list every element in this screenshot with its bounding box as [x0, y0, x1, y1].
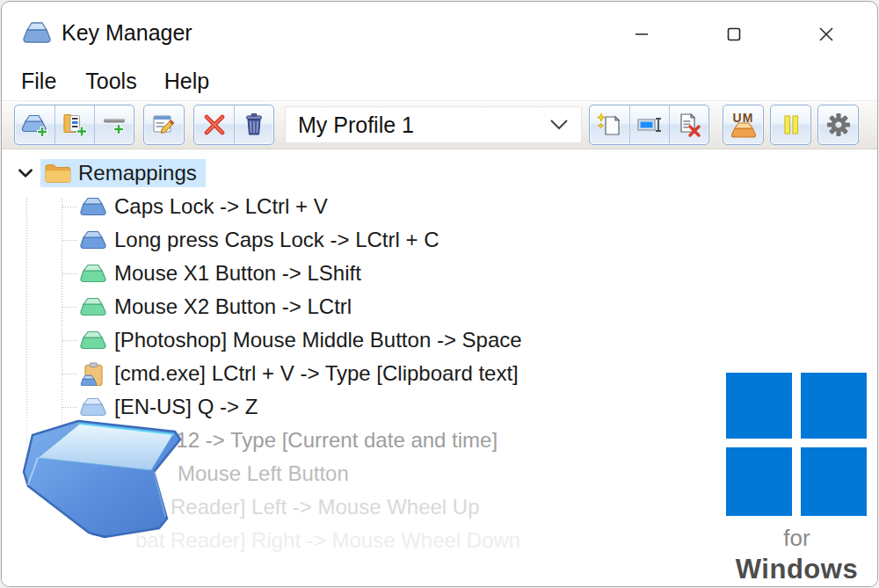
tree-root-row[interactable]: Remappings: [2, 156, 877, 190]
new-profile-icon: [596, 112, 624, 138]
tree-item-label: Mouse X2 Button -> LCtrl: [114, 294, 352, 319]
minimize-icon: [635, 27, 649, 41]
pause-group: [770, 105, 811, 145]
pause-button[interactable]: [771, 105, 810, 144]
add-key-icon: [21, 112, 49, 138]
user-manual-group: UM: [723, 105, 764, 145]
settings-button[interactable]: [818, 105, 858, 144]
menu-tools[interactable]: Tools: [85, 69, 136, 94]
windows-branding: for Windows: [726, 373, 868, 585]
add-folder-icon: [61, 112, 89, 138]
windows-logo-square: [801, 447, 867, 516]
menu-help[interactable]: Help: [164, 69, 209, 94]
window-title: Key Manager: [62, 19, 193, 46]
tree-item-label: bat Reader] Right -> Mouse Wheel Down: [135, 528, 520, 553]
delete-profile-icon: [675, 112, 703, 138]
edit-icon: [150, 112, 178, 138]
settings-group: [817, 105, 859, 145]
gear-icon: [825, 112, 852, 138]
close-icon: [818, 26, 834, 42]
tree-item[interactable]: Long press Caps Lock -> LCtrl + C: [2, 223, 877, 257]
blue-key-icon: [79, 195, 107, 219]
tree-item[interactable]: Mouse X2 Button -> LCtrl: [2, 290, 877, 323]
profile-group: [589, 105, 709, 145]
rename-profile-button[interactable]: [629, 105, 669, 144]
windows-logo-square: [726, 447, 792, 516]
windows-logo-square: [726, 373, 792, 439]
tree-item-label: Caps Lock -> LCtrl + V: [114, 194, 328, 219]
tree-item-label: [Photoshop] Mouse Middle Button -> Space: [114, 328, 522, 352]
tree-root-label: Remappings: [78, 161, 197, 185]
minimize-button[interactable]: [628, 21, 655, 47]
add-separator-icon: [100, 112, 128, 138]
selected-item-highlight: Remappings: [40, 159, 206, 187]
profile-combobox-value: My Profile 1: [298, 113, 549, 138]
rename-profile-icon: [636, 112, 664, 138]
chevron-down-icon: [549, 119, 569, 131]
app-icon: [21, 19, 53, 46]
menu-bar: File Tools Help: [2, 62, 877, 100]
tree-item-label: Mouse X1 Button -> LShift: [114, 261, 361, 286]
maximize-button[interactable]: [721, 21, 747, 47]
chevron-down-icon: [16, 163, 35, 183]
trash-icon: [241, 112, 267, 138]
tree-item-label: [cmd.exe] LCtrl + V -> Type [Clipboard t…: [114, 361, 519, 386]
tree-item[interactable]: Caps Lock -> LCtrl + V: [2, 190, 877, 223]
edit-group: [143, 105, 185, 145]
pause-icon: [778, 112, 804, 138]
profile-combobox[interactable]: My Profile 1: [285, 106, 582, 143]
toolbar: My Profile 1: [2, 100, 877, 149]
tree-item-label: [EN-US] Q -> Z: [114, 395, 258, 419]
green-key-icon: [79, 329, 107, 352]
title-bar: Key Manager: [2, 2, 877, 62]
windows-logo-square: [801, 373, 867, 439]
tree-item-label: Mouse Left Button: [178, 461, 349, 486]
windows-logo: [726, 373, 868, 516]
keyboard-key-artwork: [6, 417, 191, 541]
tree-item[interactable]: Mouse X1 Button -> LShift: [2, 257, 877, 290]
orange-key-icon: [730, 121, 757, 138]
windows-label: Windows: [726, 554, 868, 585]
delete-x-icon: [201, 113, 228, 137]
close-button[interactable]: [813, 21, 839, 47]
app-window: Key Manager File Tools Help: [1, 1, 878, 587]
new-profile-button[interactable]: [590, 105, 629, 144]
add-folder-button[interactable]: [54, 105, 94, 144]
delete-profile-button[interactable]: [669, 105, 708, 144]
maximize-icon: [727, 27, 741, 41]
clear-all-button[interactable]: [234, 105, 273, 144]
edit-remapping-button[interactable]: [144, 105, 184, 144]
green-key-icon: [79, 262, 107, 286]
delete-remapping-button[interactable]: [194, 105, 234, 144]
lightblue-key-icon: [79, 396, 107, 419]
blue-key-icon: [79, 229, 107, 252]
remappings-tree: Remappings Caps Lock -> LCtrl + V Long p…: [2, 156, 877, 587]
green-key-icon: [79, 295, 107, 319]
add-key-remapping-button[interactable]: [15, 105, 54, 144]
menu-file[interactable]: File: [21, 69, 56, 94]
tree-item-label: Long press Caps Lock -> LCtrl + C: [114, 228, 440, 252]
for-label: for: [726, 525, 868, 552]
clipboard-key-icon: [79, 362, 107, 386]
add-group: [14, 105, 134, 145]
delete-group: [193, 105, 274, 145]
tree-item[interactable]: [Photoshop] Mouse Middle Button -> Space: [2, 323, 877, 357]
tree-item-label: + F12 -> Type [Current date and time]: [145, 428, 498, 453]
tree-expander[interactable]: [14, 162, 37, 185]
add-separator-button[interactable]: [94, 105, 134, 144]
folder-icon: [43, 161, 71, 185]
user-manual-button[interactable]: UM: [723, 105, 763, 144]
